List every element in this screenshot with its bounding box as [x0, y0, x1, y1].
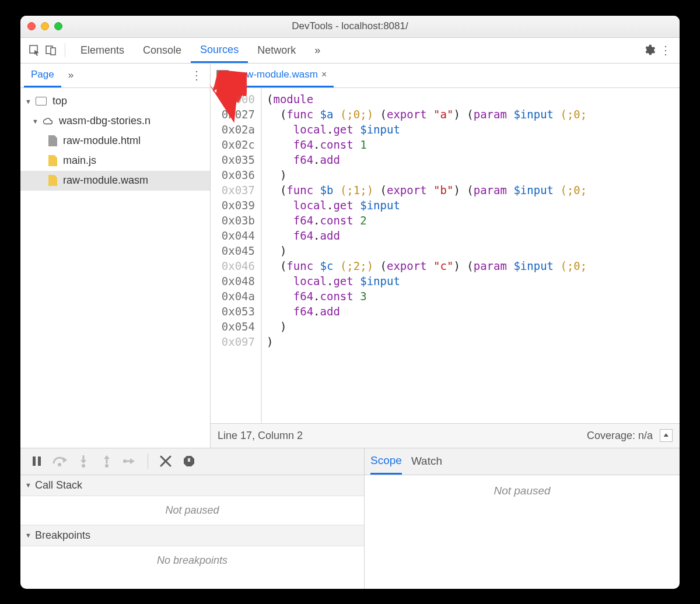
inspect-element-icon[interactable] — [26, 42, 43, 58]
toggle-drawer-icon[interactable] — [660, 429, 673, 442]
sidebar-menu-icon[interactable]: ⋮ — [187, 68, 206, 82]
pause-icon[interactable] — [26, 451, 47, 472]
tree-label: raw-module.html — [63, 135, 141, 147]
editor-tab-file[interactable]: raw-module.wasm × — [230, 64, 334, 87]
breakpoints-label: Breakpoints — [35, 529, 90, 542]
svg-rect-4 — [217, 71, 221, 80]
deactivate-breakpoints-icon[interactable] — [155, 451, 176, 472]
scope-tab[interactable]: Scope — [370, 448, 402, 475]
call-stack-label: Call Stack — [35, 479, 82, 491]
cloud-icon — [43, 115, 53, 127]
call-stack-header[interactable]: ▼ Call Stack — [20, 475, 364, 496]
tab-elements[interactable]: Elements — [71, 38, 134, 63]
tree-label: top — [52, 95, 67, 107]
debugger-left-pane: ▼ Call Stack Not paused ▼ Breakpoints No… — [20, 475, 365, 589]
toggle-navigator-icon[interactable] — [214, 70, 230, 80]
breakpoints-status: No breakpoints — [157, 554, 228, 567]
sidebar-tabs: Page » ⋮ — [20, 64, 210, 88]
scope-status: Not paused — [494, 484, 550, 497]
step-over-icon[interactable] — [50, 451, 71, 472]
kebab-menu-icon[interactable]: ⋮ — [657, 42, 674, 58]
tree-file-js[interactable]: main.js — [20, 151, 210, 171]
svg-point-8 — [82, 464, 85, 468]
sources-sidebar: Page » ⋮ ▼ top ▼ wasm-dbg-stories.n — [20, 64, 211, 448]
tree-label: wasm-dbg-stories.n — [59, 115, 150, 127]
tree-label: main.js — [63, 154, 96, 167]
file-tree: ▼ top ▼ wasm-dbg-stories.n raw-module.ht… — [20, 88, 210, 194]
call-stack-status: Not paused — [165, 504, 219, 517]
devtools-toolbar: Elements Console Sources Network » ⋮ — [20, 38, 680, 64]
cursor-position: Line 17, Column 2 — [218, 430, 303, 442]
sidebar-tab-page[interactable]: Page — [24, 64, 61, 87]
tree-file-wasm[interactable]: raw-module.wasm — [20, 171, 210, 191]
gutter[interactable]: 0x0000x0270x02a0x02c0x0350x0360x0370x039… — [211, 88, 262, 423]
step-icon[interactable] — [120, 451, 141, 472]
file-icon — [48, 135, 57, 146]
svg-rect-12 — [189, 458, 190, 462]
editor-status-bar: Line 17, Column 2 Coverage: n/a — [211, 423, 680, 448]
gear-icon[interactable] — [641, 42, 657, 58]
tab-network[interactable]: Network — [248, 38, 305, 63]
sidebar-tab-more[interactable]: » — [61, 64, 80, 87]
editor-pane: raw-module.wasm × 0x0000x0270x02a0x02c0x… — [211, 64, 680, 448]
tree-file-html[interactable]: raw-module.html — [20, 131, 210, 151]
svg-rect-11 — [188, 458, 189, 462]
source-code[interactable]: (module (func $a (;0;) (export "a") (par… — [262, 88, 680, 423]
tab-console[interactable]: Console — [134, 38, 191, 63]
tab-more[interactable]: » — [305, 38, 330, 63]
svg-point-10 — [123, 459, 127, 463]
frame-icon — [36, 97, 47, 106]
svg-point-9 — [105, 464, 108, 468]
svg-rect-2 — [51, 48, 55, 55]
call-stack-body: Not paused — [20, 496, 364, 525]
editor-body: 0x0000x0270x02a0x02c0x0350x0360x0370x039… — [211, 88, 680, 423]
file-icon — [48, 155, 57, 166]
tab-sources[interactable]: Sources — [191, 38, 248, 63]
titlebar: DevTools - localhost:8081/ — [20, 16, 680, 38]
scope-body: Not paused — [365, 475, 680, 589]
breakpoints-body: No breakpoints — [20, 546, 364, 575]
tree-frame-top[interactable]: ▼ top — [20, 92, 210, 111]
breakpoints-header[interactable]: ▼ Breakpoints — [20, 525, 364, 546]
editor-tab-strip: raw-module.wasm × — [211, 64, 680, 88]
step-out-icon[interactable] — [96, 451, 117, 472]
file-icon — [48, 175, 57, 186]
window-title: DevTools - localhost:8081/ — [20, 20, 680, 32]
watch-tab[interactable]: Watch — [411, 448, 442, 475]
devtools-window: DevTools - localhost:8081/ Elements Cons… — [20, 16, 680, 589]
step-into-icon[interactable] — [73, 451, 94, 472]
coverage-status: Coverage: n/a — [587, 430, 653, 442]
svg-rect-5 — [33, 456, 36, 466]
editor-tab-label: raw-module.wasm — [237, 69, 318, 80]
close-tab-icon[interactable]: × — [321, 69, 327, 80]
svg-rect-6 — [38, 456, 41, 466]
tree-domain[interactable]: ▼ wasm-dbg-stories.n — [20, 111, 210, 131]
device-toolbar-icon[interactable] — [43, 42, 59, 58]
debugger-panes: ▼ Call Stack Not paused ▼ Breakpoints No… — [20, 475, 680, 589]
debugger-toolbar: Scope Watch — [20, 448, 680, 475]
svg-point-7 — [58, 463, 61, 466]
pause-on-exceptions-icon[interactable] — [178, 451, 200, 472]
main-panel: Page » ⋮ ▼ top ▼ wasm-dbg-stories.n — [20, 64, 680, 448]
tree-label: raw-module.wasm — [63, 174, 148, 187]
